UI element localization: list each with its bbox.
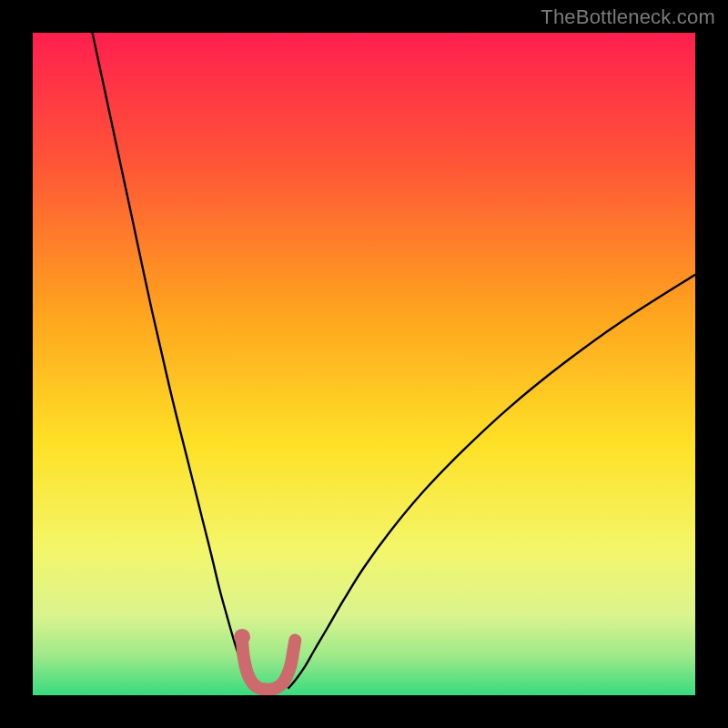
- plot-background: [33, 33, 695, 695]
- chart-frame: TheBottleneck.com: [0, 0, 728, 728]
- minimum-highlight-dot: [234, 629, 250, 645]
- bottleneck-chart: [0, 0, 728, 728]
- watermark-text: TheBottleneck.com: [541, 5, 715, 29]
